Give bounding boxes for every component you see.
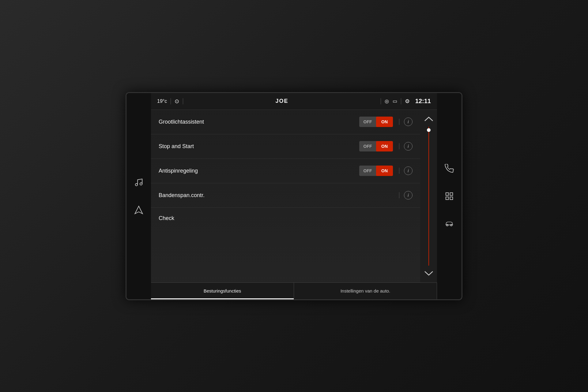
svg-rect-4 bbox=[450, 192, 453, 195]
info-button-3[interactable]: i bbox=[404, 166, 413, 175]
content-area: Grootlichtassistent OFF ON i bbox=[151, 110, 437, 282]
on-label-3: ON bbox=[376, 168, 393, 173]
settings-icon[interactable]: ⚙ bbox=[405, 98, 410, 105]
svg-marker-2 bbox=[135, 206, 143, 214]
scroll-bar-area bbox=[420, 110, 437, 282]
antispinregeling-toggle-group[interactable]: OFF ON bbox=[359, 166, 393, 176]
off-label-2: OFF bbox=[359, 144, 376, 149]
header-right: ◎ ▭ ⚙ 12:11 bbox=[381, 98, 431, 105]
grid-icon bbox=[445, 192, 454, 201]
scroll-down-button[interactable] bbox=[423, 267, 435, 279]
svg-rect-3 bbox=[446, 192, 449, 195]
location-icon: ◎ bbox=[385, 98, 389, 104]
svg-point-8 bbox=[450, 224, 452, 226]
antispinregeling-toggle[interactable]: OFF ON bbox=[359, 166, 393, 176]
info-button-1[interactable]: i bbox=[404, 118, 413, 126]
setting-row-grootlichtassistent: Grootlichtassistent OFF ON i bbox=[151, 110, 420, 134]
main-screen: 19°c ⊙ JOE ◎ ▭ ⚙ 12:11 bbox=[151, 93, 437, 299]
header-bar: 19°c ⊙ JOE ◎ ▭ ⚙ 12:11 bbox=[151, 93, 437, 110]
header-station: JOE bbox=[183, 98, 381, 104]
divider-3 bbox=[381, 98, 381, 104]
navigation-icon bbox=[134, 205, 143, 215]
on-label-1: ON bbox=[376, 119, 393, 124]
setting-row-check: Check bbox=[151, 208, 420, 229]
bottom-tabs: Besturingsfuncties Instellingen van de a… bbox=[151, 282, 437, 299]
svg-point-1 bbox=[140, 183, 142, 185]
car-display-surround: 19°c ⊙ JOE ◎ ▭ ⚙ 12:11 bbox=[0, 0, 588, 392]
svg-point-7 bbox=[447, 224, 448, 226]
chevron-down-icon bbox=[424, 270, 433, 276]
stop-start-label: Stop and Start bbox=[159, 143, 359, 150]
car-icon bbox=[445, 219, 454, 228]
row-divider-1 bbox=[399, 119, 399, 125]
setting-row-antispinregeling: Antispinregeling OFF ON i bbox=[151, 159, 420, 183]
info-button-2[interactable]: i bbox=[404, 142, 413, 151]
radio-icon: ⊙ bbox=[175, 98, 179, 105]
music-button[interactable] bbox=[131, 175, 146, 190]
navigation-button[interactable] bbox=[131, 202, 146, 218]
svg-point-0 bbox=[135, 183, 138, 186]
temperature-display: 19°c bbox=[157, 99, 167, 104]
scroll-thumb bbox=[427, 128, 431, 132]
info-button-4[interactable]: i bbox=[404, 191, 413, 200]
tab-instellingen-auto[interactable]: Instellingen van de auto. bbox=[294, 283, 437, 299]
stop-start-toggle-group[interactable]: OFF ON bbox=[359, 141, 393, 151]
right-sidebar bbox=[437, 93, 462, 299]
off-label-3: OFF bbox=[359, 168, 376, 173]
setting-row-bandenspan: Bandenspan.contr. i bbox=[151, 183, 420, 208]
divider-4 bbox=[401, 98, 401, 104]
tab-besturingsfuncties[interactable]: Besturingsfuncties bbox=[151, 283, 294, 299]
chat-icon: ▭ bbox=[393, 98, 397, 104]
row-divider-4 bbox=[399, 192, 399, 198]
screen-bezel: 19°c ⊙ JOE ◎ ▭ ⚙ 12:11 bbox=[126, 92, 462, 300]
grootlichtassistent-label: Grootlichtassistent bbox=[159, 119, 359, 125]
clock-display: 12:11 bbox=[415, 98, 431, 105]
left-sidebar bbox=[126, 93, 151, 299]
grid-button[interactable] bbox=[442, 189, 457, 204]
antispinregeling-label: Antispinregeling bbox=[159, 168, 359, 174]
grootlichtassistent-toggle-group[interactable]: OFF ON bbox=[359, 117, 393, 127]
scroll-track bbox=[428, 127, 429, 266]
scroll-up-button[interactable] bbox=[423, 113, 435, 125]
svg-rect-5 bbox=[446, 197, 449, 200]
check-label: Check bbox=[159, 215, 413, 222]
setting-row-stop-start: Stop and Start OFF ON i bbox=[151, 134, 420, 159]
bandenspan-label: Bandenspan.contr. bbox=[159, 192, 399, 199]
header-left: 19°c ⊙ bbox=[157, 98, 183, 105]
on-label-2: ON bbox=[376, 144, 393, 149]
music-icon bbox=[134, 178, 143, 187]
car-button[interactable] bbox=[442, 216, 457, 231]
chevron-up-icon bbox=[424, 116, 433, 122]
phone-button[interactable] bbox=[442, 161, 457, 176]
svg-rect-6 bbox=[450, 197, 453, 200]
grootlichtassistent-toggle[interactable]: OFF ON bbox=[359, 117, 393, 127]
row-divider-3 bbox=[399, 168, 399, 174]
stop-start-toggle[interactable]: OFF ON bbox=[359, 141, 393, 151]
divider-1 bbox=[171, 98, 171, 104]
off-label-1: OFF bbox=[359, 119, 376, 124]
settings-list: Grootlichtassistent OFF ON i bbox=[151, 110, 420, 282]
row-divider-2 bbox=[399, 143, 399, 149]
phone-icon bbox=[445, 164, 454, 173]
